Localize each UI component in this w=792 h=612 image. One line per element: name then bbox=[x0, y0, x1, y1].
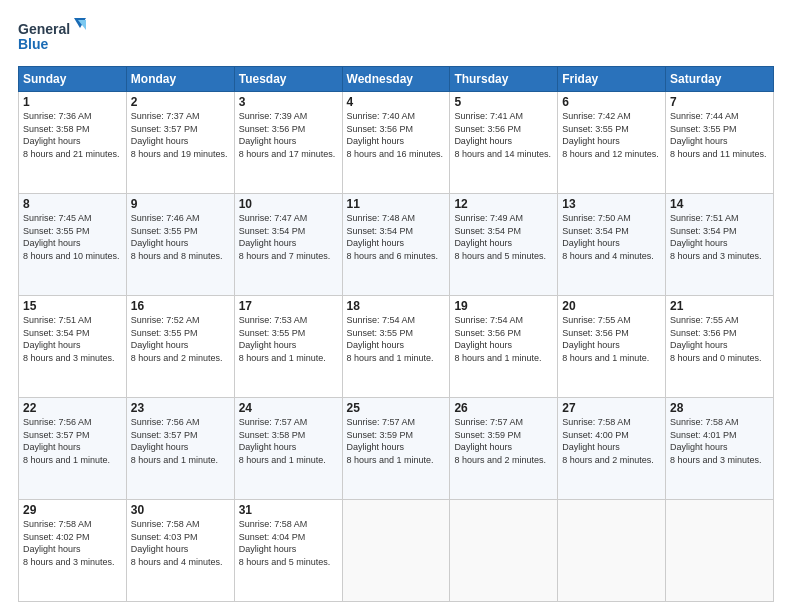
week-row-3: 15 Sunrise: 7:51 AMSunset: 3:54 PMDaylig… bbox=[19, 296, 774, 398]
calendar-cell: 16 Sunrise: 7:52 AMSunset: 3:55 PMDaylig… bbox=[126, 296, 234, 398]
day-info: Sunrise: 7:39 AMSunset: 3:56 PMDaylight … bbox=[239, 110, 338, 160]
calendar-cell: 13 Sunrise: 7:50 AMSunset: 3:54 PMDaylig… bbox=[558, 194, 666, 296]
day-number: 14 bbox=[670, 197, 769, 211]
day-number: 7 bbox=[670, 95, 769, 109]
day-number: 31 bbox=[239, 503, 338, 517]
day-number: 28 bbox=[670, 401, 769, 415]
day-number: 5 bbox=[454, 95, 553, 109]
day-info: Sunrise: 7:55 AMSunset: 3:56 PMDaylight … bbox=[562, 314, 661, 364]
calendar-cell: 11 Sunrise: 7:48 AMSunset: 3:54 PMDaylig… bbox=[342, 194, 450, 296]
calendar-cell: 21 Sunrise: 7:55 AMSunset: 3:56 PMDaylig… bbox=[666, 296, 774, 398]
calendar-cell: 28 Sunrise: 7:58 AMSunset: 4:01 PMDaylig… bbox=[666, 398, 774, 500]
day-number: 29 bbox=[23, 503, 122, 517]
day-number: 15 bbox=[23, 299, 122, 313]
day-number: 25 bbox=[347, 401, 446, 415]
day-info: Sunrise: 7:58 AMSunset: 4:04 PMDaylight … bbox=[239, 518, 338, 568]
logo-svg: GeneralBlue bbox=[18, 16, 88, 56]
day-number: 30 bbox=[131, 503, 230, 517]
calendar-cell: 22 Sunrise: 7:56 AMSunset: 3:57 PMDaylig… bbox=[19, 398, 127, 500]
day-info: Sunrise: 7:37 AMSunset: 3:57 PMDaylight … bbox=[131, 110, 230, 160]
day-header-row: SundayMondayTuesdayWednesdayThursdayFrid… bbox=[19, 67, 774, 92]
day-header-saturday: Saturday bbox=[666, 67, 774, 92]
week-row-4: 22 Sunrise: 7:56 AMSunset: 3:57 PMDaylig… bbox=[19, 398, 774, 500]
calendar-cell: 18 Sunrise: 7:54 AMSunset: 3:55 PMDaylig… bbox=[342, 296, 450, 398]
calendar-cell: 27 Sunrise: 7:58 AMSunset: 4:00 PMDaylig… bbox=[558, 398, 666, 500]
day-number: 8 bbox=[23, 197, 122, 211]
day-info: Sunrise: 7:56 AMSunset: 3:57 PMDaylight … bbox=[23, 416, 122, 466]
day-info: Sunrise: 7:51 AMSunset: 3:54 PMDaylight … bbox=[23, 314, 122, 364]
day-info: Sunrise: 7:45 AMSunset: 3:55 PMDaylight … bbox=[23, 212, 122, 262]
calendar-cell: 10 Sunrise: 7:47 AMSunset: 3:54 PMDaylig… bbox=[234, 194, 342, 296]
day-info: Sunrise: 7:58 AMSunset: 4:03 PMDaylight … bbox=[131, 518, 230, 568]
calendar-cell: 9 Sunrise: 7:46 AMSunset: 3:55 PMDayligh… bbox=[126, 194, 234, 296]
day-number: 13 bbox=[562, 197, 661, 211]
day-info: Sunrise: 7:57 AMSunset: 3:59 PMDaylight … bbox=[454, 416, 553, 466]
day-info: Sunrise: 7:36 AMSunset: 3:58 PMDaylight … bbox=[23, 110, 122, 160]
week-row-2: 8 Sunrise: 7:45 AMSunset: 3:55 PMDayligh… bbox=[19, 194, 774, 296]
day-info: Sunrise: 7:44 AMSunset: 3:55 PMDaylight … bbox=[670, 110, 769, 160]
day-info: Sunrise: 7:52 AMSunset: 3:55 PMDaylight … bbox=[131, 314, 230, 364]
day-info: Sunrise: 7:54 AMSunset: 3:55 PMDaylight … bbox=[347, 314, 446, 364]
header: GeneralBlue bbox=[18, 16, 774, 56]
logo: GeneralBlue bbox=[18, 16, 88, 56]
calendar-cell: 7 Sunrise: 7:44 AMSunset: 3:55 PMDayligh… bbox=[666, 92, 774, 194]
day-number: 20 bbox=[562, 299, 661, 313]
day-info: Sunrise: 7:55 AMSunset: 3:56 PMDaylight … bbox=[670, 314, 769, 364]
day-info: Sunrise: 7:47 AMSunset: 3:54 PMDaylight … bbox=[239, 212, 338, 262]
day-number: 19 bbox=[454, 299, 553, 313]
calendar-cell: 25 Sunrise: 7:57 AMSunset: 3:59 PMDaylig… bbox=[342, 398, 450, 500]
day-info: Sunrise: 7:57 AMSunset: 3:59 PMDaylight … bbox=[347, 416, 446, 466]
calendar-cell: 20 Sunrise: 7:55 AMSunset: 3:56 PMDaylig… bbox=[558, 296, 666, 398]
calendar-cell: 31 Sunrise: 7:58 AMSunset: 4:04 PMDaylig… bbox=[234, 500, 342, 602]
day-number: 2 bbox=[131, 95, 230, 109]
week-row-5: 29 Sunrise: 7:58 AMSunset: 4:02 PMDaylig… bbox=[19, 500, 774, 602]
day-number: 16 bbox=[131, 299, 230, 313]
day-number: 4 bbox=[347, 95, 446, 109]
day-header-monday: Monday bbox=[126, 67, 234, 92]
calendar-cell: 29 Sunrise: 7:58 AMSunset: 4:02 PMDaylig… bbox=[19, 500, 127, 602]
calendar-cell: 1 Sunrise: 7:36 AMSunset: 3:58 PMDayligh… bbox=[19, 92, 127, 194]
day-info: Sunrise: 7:48 AMSunset: 3:54 PMDaylight … bbox=[347, 212, 446, 262]
calendar-cell: 12 Sunrise: 7:49 AMSunset: 3:54 PMDaylig… bbox=[450, 194, 558, 296]
day-info: Sunrise: 7:54 AMSunset: 3:56 PMDaylight … bbox=[454, 314, 553, 364]
day-number: 24 bbox=[239, 401, 338, 415]
day-info: Sunrise: 7:57 AMSunset: 3:58 PMDaylight … bbox=[239, 416, 338, 466]
calendar-cell: 3 Sunrise: 7:39 AMSunset: 3:56 PMDayligh… bbox=[234, 92, 342, 194]
day-number: 11 bbox=[347, 197, 446, 211]
calendar-cell: 8 Sunrise: 7:45 AMSunset: 3:55 PMDayligh… bbox=[19, 194, 127, 296]
calendar-cell bbox=[558, 500, 666, 602]
calendar-cell: 17 Sunrise: 7:53 AMSunset: 3:55 PMDaylig… bbox=[234, 296, 342, 398]
calendar-cell: 6 Sunrise: 7:42 AMSunset: 3:55 PMDayligh… bbox=[558, 92, 666, 194]
svg-text:General: General bbox=[18, 21, 70, 37]
calendar-cell bbox=[342, 500, 450, 602]
calendar-cell: 24 Sunrise: 7:57 AMSunset: 3:58 PMDaylig… bbox=[234, 398, 342, 500]
calendar-cell: 5 Sunrise: 7:41 AMSunset: 3:56 PMDayligh… bbox=[450, 92, 558, 194]
day-number: 22 bbox=[23, 401, 122, 415]
day-number: 21 bbox=[670, 299, 769, 313]
calendar-table: SundayMondayTuesdayWednesdayThursdayFrid… bbox=[18, 66, 774, 602]
day-number: 10 bbox=[239, 197, 338, 211]
day-header-wednesday: Wednesday bbox=[342, 67, 450, 92]
day-info: Sunrise: 7:58 AMSunset: 4:00 PMDaylight … bbox=[562, 416, 661, 466]
day-number: 9 bbox=[131, 197, 230, 211]
day-number: 12 bbox=[454, 197, 553, 211]
day-info: Sunrise: 7:56 AMSunset: 3:57 PMDaylight … bbox=[131, 416, 230, 466]
calendar-cell: 4 Sunrise: 7:40 AMSunset: 3:56 PMDayligh… bbox=[342, 92, 450, 194]
day-number: 1 bbox=[23, 95, 122, 109]
calendar-cell bbox=[450, 500, 558, 602]
day-info: Sunrise: 7:53 AMSunset: 3:55 PMDaylight … bbox=[239, 314, 338, 364]
day-number: 18 bbox=[347, 299, 446, 313]
week-row-1: 1 Sunrise: 7:36 AMSunset: 3:58 PMDayligh… bbox=[19, 92, 774, 194]
day-number: 23 bbox=[131, 401, 230, 415]
day-header-thursday: Thursday bbox=[450, 67, 558, 92]
day-info: Sunrise: 7:51 AMSunset: 3:54 PMDaylight … bbox=[670, 212, 769, 262]
day-number: 26 bbox=[454, 401, 553, 415]
day-header-friday: Friday bbox=[558, 67, 666, 92]
calendar-cell: 14 Sunrise: 7:51 AMSunset: 3:54 PMDaylig… bbox=[666, 194, 774, 296]
day-info: Sunrise: 7:50 AMSunset: 3:54 PMDaylight … bbox=[562, 212, 661, 262]
day-info: Sunrise: 7:58 AMSunset: 4:02 PMDaylight … bbox=[23, 518, 122, 568]
day-info: Sunrise: 7:58 AMSunset: 4:01 PMDaylight … bbox=[670, 416, 769, 466]
calendar-cell: 15 Sunrise: 7:51 AMSunset: 3:54 PMDaylig… bbox=[19, 296, 127, 398]
calendar-cell: 2 Sunrise: 7:37 AMSunset: 3:57 PMDayligh… bbox=[126, 92, 234, 194]
calendar-cell bbox=[666, 500, 774, 602]
